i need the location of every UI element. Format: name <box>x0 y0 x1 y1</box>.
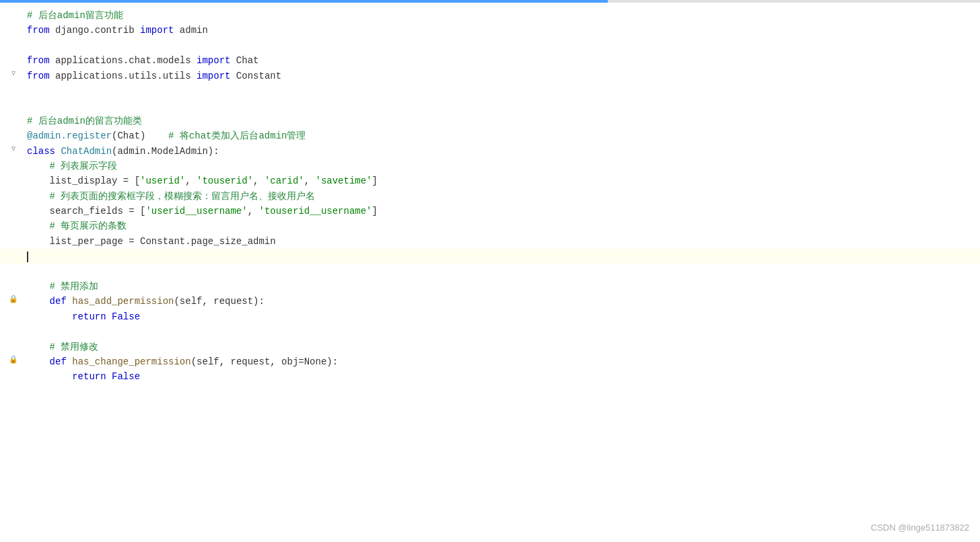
code-line: # 后台admin的留言功能类 <box>0 114 980 128</box>
code-line <box>0 38 980 53</box>
code-content <box>22 38 980 53</box>
code-line: 🔒 def has_add_permission(self, request): <box>0 294 980 309</box>
code-content <box>22 83 980 98</box>
watermark: CSDN @linge511873822 <box>871 521 969 535</box>
code-line: ▽ class ChatAdmin(admin.ModelAdmin): <box>0 144 980 159</box>
code-line: from django.contrib import admin <box>0 23 980 38</box>
code-content <box>22 264 980 279</box>
code-line: # 禁用添加 <box>0 279 980 294</box>
code-content <box>22 98 980 113</box>
code-content: # 每页展示的条数 <box>22 219 980 233</box>
code-content: list_display = ['userid', 'touserid', 'c… <box>22 173 980 188</box>
code-line <box>0 264 980 279</box>
code-line: # 列表展示字段 <box>0 159 980 173</box>
gutter-fold-icon[interactable]: ▽ <box>8 144 19 155</box>
code-line: from applications.chat.models import Cha… <box>0 53 980 68</box>
gutter-lock2-icon: 🔒 <box>8 354 19 366</box>
code-line: # 列表页面的搜索框字段，模糊搜索：留言用户名、接收用户名 <box>0 189 980 204</box>
code-line: # 后台admin留言功能 <box>0 8 980 23</box>
code-content: # 禁用修改 <box>22 340 980 354</box>
code-line: search_fields = ['userid__username', 'to… <box>0 204 980 219</box>
code-content: # 禁用添加 <box>22 279 980 294</box>
code-line <box>0 83 980 98</box>
code-area: # 后台admin留言功能 from django.contrib import… <box>0 3 980 390</box>
code-content: from applications.utils.utils import Con… <box>22 69 980 83</box>
code-content: @admin.register(Chat) # 将chat类加入后台admin管… <box>22 128 980 143</box>
code-line <box>0 324 980 339</box>
gutter-lock-icon: 🔒 <box>8 294 19 306</box>
code-content <box>22 324 980 339</box>
code-content: search_fields = ['userid__username', 'to… <box>22 204 980 219</box>
code-content: list_per_page = Constant.page_size_admin <box>22 234 980 249</box>
code-content: return False <box>22 369 980 384</box>
code-line: 🔒 def has_change_permission(self, reques… <box>0 354 980 369</box>
code-line-cursor <box>0 249 980 264</box>
code-line <box>0 98 980 113</box>
code-content: def has_change_permission(self, request,… <box>22 354 980 369</box>
code-line: list_display = ['userid', 'touserid', 'c… <box>0 173 980 188</box>
code-content <box>22 249 980 264</box>
code-line: return False <box>0 309 980 324</box>
editor-container: # 后台admin留言功能 from django.contrib import… <box>0 0 980 542</box>
code-content: from applications.chat.models import Cha… <box>22 53 980 68</box>
code-content: class ChatAdmin(admin.ModelAdmin): <box>22 144 980 159</box>
code-line: return False <box>0 369 980 384</box>
code-line: @admin.register(Chat) # 将chat类加入后台admin管… <box>0 128 980 143</box>
code-content: # 列表页面的搜索框字段，模糊搜索：留言用户名、接收用户名 <box>22 189 980 204</box>
code-content: # 后台admin的留言功能类 <box>22 114 980 128</box>
code-content: # 列表展示字段 <box>22 159 980 173</box>
code-content: def has_add_permission(self, request): <box>22 294 980 309</box>
code-content: # 后台admin留言功能 <box>22 8 980 23</box>
code-line: list_per_page = Constant.page_size_admin <box>0 234 980 249</box>
code-content: from django.contrib import admin <box>22 23 980 38</box>
code-line: # 每页展示的条数 <box>0 219 980 233</box>
gutter-fold-icon[interactable]: ▽ <box>8 69 19 79</box>
code-line: # 禁用修改 <box>0 340 980 354</box>
code-content: return False <box>22 309 980 324</box>
code-line: ▽ from applications.utils.utils import C… <box>0 69 980 83</box>
